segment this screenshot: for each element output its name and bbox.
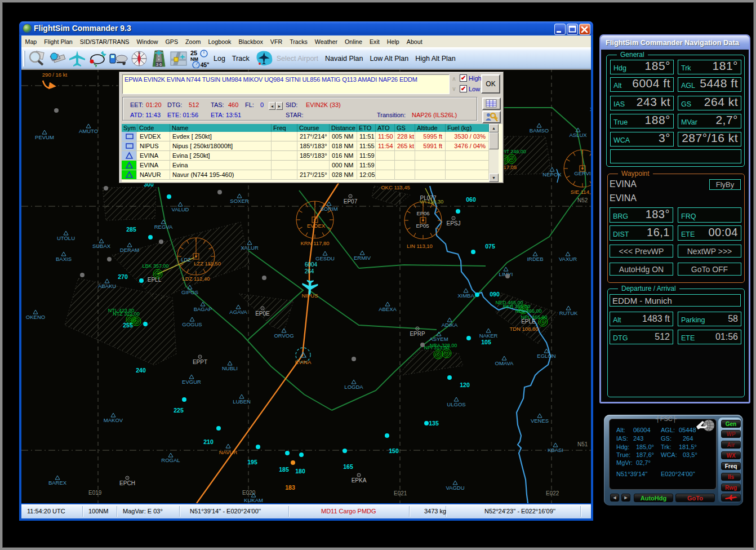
- svg-text:OMAVA: OMAVA: [495, 360, 514, 366]
- svg-text:ABEXA: ABEXA: [379, 306, 397, 312]
- svg-text:LBK 357,00: LBK 357,00: [142, 263, 168, 269]
- svg-text:185: 185: [279, 466, 289, 473]
- svg-text:E019: E019: [88, 490, 102, 496]
- svg-text:OKC 113,45: OKC 113,45: [381, 184, 410, 190]
- svg-text:VALUD: VALUD: [172, 206, 189, 212]
- svg-text:GERVI: GERVI: [574, 170, 590, 176]
- svg-text:165: 165: [343, 463, 353, 470]
- svg-text:AGAVA: AGAVA: [229, 309, 247, 315]
- svg-text:225: 225: [174, 407, 184, 414]
- svg-text:180: 180: [295, 468, 305, 474]
- svg-text:XIMBA: XIMBA: [457, 292, 474, 299]
- svg-text:TDN 108,80: TDN 108,80: [509, 326, 538, 332]
- svg-text:BAREX: BAREX: [48, 480, 67, 486]
- svg-text:E021: E021: [394, 490, 407, 496]
- svg-text:N52: N52: [577, 197, 588, 203]
- svg-text:LUBEN: LUBEN: [233, 398, 251, 405]
- svg-text:ASYEM: ASYEM: [429, 336, 448, 342]
- svg-text:EP0E: EP0E: [255, 311, 270, 317]
- svg-text:EPRP: EPRP: [410, 331, 425, 337]
- svg-text:EPKA: EPKA: [352, 477, 367, 484]
- svg-text:120: 120: [460, 382, 470, 388]
- svg-text:25: 25: [190, 50, 197, 56]
- svg-text:NEPOX: NEPOX: [542, 171, 562, 178]
- svg-text:GESDU: GESDU: [315, 255, 335, 261]
- svg-text:NM: NM: [190, 56, 198, 62]
- svg-text:GOGUS: GOGUS: [182, 321, 202, 327]
- svg-text:EVDEX: EVDEX: [307, 223, 326, 229]
- svg-text:270: 270: [118, 273, 128, 280]
- svg-text:EPSJ: EPSJ: [446, 220, 460, 227]
- svg-text:KRN 117,80: KRN 117,80: [300, 240, 329, 246]
- svg-text:195: 195: [247, 459, 257, 465]
- svg-text:290 / 16 kt: 290 / 16 kt: [42, 72, 68, 78]
- svg-text:SIE 114,70: SIE 114,70: [571, 189, 591, 195]
- svg-text:ABAKU: ABAKU: [98, 283, 116, 289]
- svg-text:LZZ 119,50: LZZ 119,50: [194, 260, 221, 267]
- svg-text:BAGAP: BAGAP: [194, 306, 212, 312]
- svg-text:105: 105: [481, 339, 491, 345]
- svg-text:E022: E022: [546, 490, 559, 496]
- svg-text:SORIM: SORIM: [320, 206, 337, 212]
- svg-text:060: 060: [466, 196, 476, 203]
- svg-text:6004: 6004: [305, 261, 318, 268]
- svg-text:LOGDA: LOGDA: [344, 384, 363, 390]
- svg-text:XBO: XBO: [590, 106, 591, 112]
- svg-text:NEL 366,00: NEL 366,00: [515, 308, 541, 314]
- svg-text:ORVOG: ORVOG: [274, 332, 293, 339]
- svg-text:KUKAM: KUKAM: [244, 497, 263, 503]
- svg-text:EGLON: EGLON: [537, 353, 555, 359]
- svg-text:EP05: EP05: [416, 223, 429, 229]
- svg-text:REGVA: REGVA: [154, 224, 173, 230]
- svg-text:DERAM: DERAM: [120, 247, 139, 253]
- svg-text:VENES: VENES: [531, 418, 549, 424]
- svg-text:090: 090: [490, 291, 500, 298]
- svg-text:285: 285: [126, 226, 136, 233]
- svg-text:240: 240: [136, 367, 146, 374]
- svg-text:NUBLI: NUBLI: [222, 365, 238, 371]
- svg-text:AMUTO: AMUTO: [79, 128, 98, 134]
- svg-text:264: 264: [305, 268, 314, 274]
- svg-text:ERMIV: ERMIV: [354, 255, 371, 261]
- svg-text:ROGAL: ROGAL: [161, 457, 180, 463]
- svg-text:UTOLU: UTOLU: [57, 235, 75, 241]
- svg-text:NTZ 322,00: NTZ 322,00: [113, 311, 140, 317]
- svg-text:XALUR: XALUR: [241, 245, 259, 251]
- svg-text:KBASI: KBASI: [548, 447, 563, 453]
- svg-text:ADIKA: ADIKA: [442, 322, 458, 328]
- svg-text:150: 150: [389, 447, 399, 454]
- svg-text:EP06: EP06: [416, 210, 429, 216]
- svg-text:EP07: EP07: [344, 198, 358, 205]
- svg-text:VA 110,30: VA 110,30: [420, 198, 443, 205]
- svg-text:EPCH: EPCH: [119, 480, 135, 486]
- svg-text:210: 210: [203, 438, 214, 445]
- svg-text:NAVUR: NAVUR: [219, 449, 238, 455]
- svg-text:BAXIS: BAXIS: [56, 256, 72, 262]
- svg-text:LDZ: LDZ: [181, 257, 191, 263]
- svg-text:MAKOV: MAKOV: [104, 417, 123, 423]
- svg-text:SUBAX: SUBAX: [92, 243, 111, 249]
- svg-text:3·6: 3·6: [156, 63, 162, 66]
- svg-text:135: 135: [429, 420, 439, 427]
- svg-text:SOXER: SOXER: [230, 198, 248, 204]
- svg-text:N51: N51: [577, 441, 588, 447]
- svg-text:GIPOS: GIPOS: [181, 289, 198, 295]
- svg-text:IRDEB: IRDEB: [527, 256, 543, 262]
- svg-text:075: 075: [485, 243, 495, 250]
- svg-text:PEVUM: PEVUM: [35, 134, 54, 140]
- svg-text:NAKER: NAKER: [479, 332, 498, 339]
- svg-text:OKENO: OKENO: [26, 314, 45, 320]
- svg-text:LIN 113,10: LIN 113,10: [407, 243, 433, 249]
- svg-text:255: 255: [123, 322, 133, 329]
- svg-text:N: N: [138, 51, 140, 55]
- svg-text:EPPT: EPPT: [193, 359, 207, 365]
- svg-text:RUTUK: RUTUK: [559, 310, 578, 316]
- svg-text:ASLUX: ASLUX: [569, 132, 587, 138]
- svg-text:NPI 313,00: NPI 313,00: [424, 345, 449, 351]
- svg-text:EVINA: EVINA: [295, 359, 312, 365]
- svg-text:LDZ 112,40: LDZ 112,40: [183, 276, 210, 282]
- svg-text:183: 183: [285, 484, 295, 491]
- svg-text:EVGUR: EVGUR: [182, 379, 201, 385]
- svg-text:45": 45": [201, 62, 209, 68]
- svg-text:NPL 465,00: NPL 465,00: [521, 314, 547, 320]
